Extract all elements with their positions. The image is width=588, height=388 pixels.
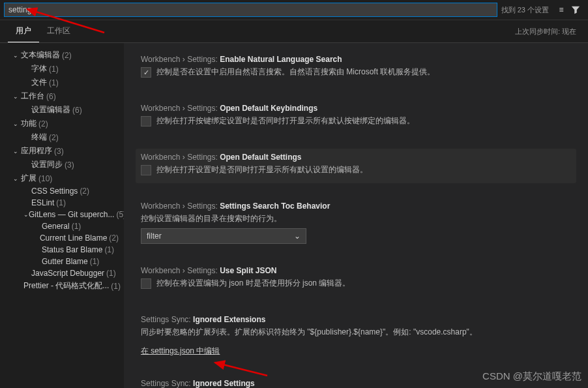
toc-item[interactable]: Gutter Blame (1) (0, 256, 124, 267)
toc-item[interactable]: 设置同步 (3) (0, 158, 124, 172)
toc-item[interactable]: ⌄扩展 (10) (0, 172, 124, 185)
toc-item-label: 文本编辑器 (21, 50, 60, 61)
toc-item[interactable]: 字体 (1) (0, 62, 124, 76)
toc-item-count: (1) (104, 245, 114, 254)
toc-item-label: ESLint (31, 198, 54, 207)
toc-item[interactable]: 文件 (1) (0, 76, 124, 89)
clear-search-icon[interactable]: ≡ (555, 4, 567, 16)
toc-item[interactable]: ⌄应用程序 (3) (0, 144, 124, 158)
toc-item-count: (2) (62, 51, 72, 60)
filter-icon[interactable] (570, 4, 581, 16)
chevron-down-icon: ⌄ (294, 231, 301, 241)
toc-item[interactable]: ⌄功能 (2) (0, 117, 124, 130)
setting-open-default-settings: Workbench › Settings: Open Default Setti… (136, 149, 576, 183)
setting-search-toc-behavior: Workbench › Settings: Settings Search To… (136, 198, 576, 248)
toc-item-count: (2) (80, 187, 89, 196)
setting-ignored-settings: Settings Sync: Ignored Settings 配置在同步时要忽… (136, 375, 576, 388)
toc-item-count: (10) (38, 174, 52, 183)
toc-item-label: Status Bar Blame (42, 245, 102, 254)
chevron-down-icon: ⌄ (23, 211, 29, 218)
toc-item[interactable]: CSS Settings (2) (0, 185, 124, 197)
toc-item-label: 功能 (21, 118, 37, 129)
toc-item-count: (3) (54, 147, 64, 156)
toc-item[interactable]: JavaScript Debugger (1) (0, 267, 124, 279)
toc-item-label: 扩展 (21, 173, 37, 184)
toc-item-label: GitLens — Git superch... (29, 210, 114, 219)
toc-item-label: CSS Settings (31, 187, 78, 196)
setting-natural-language-search: Workbench › Settings: Enable Natural Lan… (136, 51, 576, 85)
chevron-down-icon: ⌄ (13, 175, 21, 182)
toc-item-count: (1) (49, 78, 59, 87)
chevron-down-icon: ⌄ (13, 93, 21, 100)
setting-ignored-extensions: Settings Sync: Ignored Extensions 同步时要忽略… (136, 311, 576, 361)
toc-item-label: 字体 (31, 63, 47, 74)
toc-item-label: 设置编辑器 (31, 104, 70, 115)
settings-search-input[interactable] (4, 3, 497, 17)
toc-item-label: JavaScript Debugger (31, 269, 104, 278)
toc-item[interactable]: ⌄工作台 (6) (0, 89, 124, 103)
toc-item-label: 终端 (31, 132, 47, 143)
sync-info: 上次同步时间: 现在 (515, 27, 580, 37)
toc-item[interactable]: Current Line Blame (2) (0, 232, 124, 244)
checkbox[interactable] (141, 278, 151, 289)
chevron-down-icon: ⌄ (13, 52, 21, 59)
toc-item[interactable]: Status Bar Blame (1) (0, 244, 124, 256)
tab-user[interactable]: 用户 (8, 20, 39, 42)
toc-item-label: Prettier - 代码格式化配... (23, 280, 109, 291)
toc-item-count: (6) (72, 106, 82, 115)
toc-item-label: 文件 (31, 77, 47, 88)
setting-open-default-keybindings: Workbench › Settings: Open Default Keybi… (136, 100, 576, 134)
settings-content: Workbench › Settings: Enable Natural Lan… (124, 43, 588, 388)
toc-item-count: (3) (65, 160, 74, 170)
toc-item-label: Gutter Blame (42, 257, 88, 266)
toc-item[interactable]: ESLint (1) (0, 197, 124, 209)
search-result-count: 找到 23 个设置 (497, 5, 553, 15)
toc-item[interactable]: General (1) (0, 220, 124, 232)
checkbox[interactable] (141, 165, 151, 175)
checkbox[interactable] (141, 116, 151, 127)
toc-item-label: 工作台 (21, 91, 44, 102)
chevron-down-icon: ⌄ (13, 148, 21, 155)
toc-item-label: General (42, 222, 70, 231)
toc-item-label: 设置同步 (31, 159, 63, 170)
toc-item-count: (6) (46, 92, 56, 101)
checkbox[interactable] (141, 67, 151, 78)
toc-item[interactable]: 终端 (2) (0, 130, 124, 144)
toc-item-count: (2) (38, 119, 48, 128)
toc-item-label: Current Line Blame (40, 233, 107, 243)
toc-item[interactable]: 设置编辑器 (6) (0, 103, 124, 117)
toc-item-count: (1) (56, 198, 66, 207)
toc-item-count: (1) (49, 65, 59, 74)
setting-use-split-json: Workbench › Settings: Use Split JSON 控制在… (136, 262, 576, 297)
tab-workspace[interactable]: 工作区 (39, 20, 78, 42)
toc-item-count: (2) (49, 133, 59, 142)
select-toc-behavior[interactable]: filter ⌄ (141, 228, 306, 244)
settings-toc: ⌄文本编辑器 (2)字体 (1)文件 (1)⌄工作台 (6)设置编辑器 (6)⌄… (0, 43, 124, 388)
toc-item-count: (2) (109, 233, 119, 243)
edit-in-settings-json-link[interactable]: 在 settings.json 中编辑 (141, 346, 220, 357)
toc-item-label: 应用程序 (21, 145, 52, 157)
chevron-down-icon: ⌄ (13, 121, 21, 127)
toc-item[interactable]: Prettier - 代码格式化配... (1) (0, 279, 124, 293)
toc-item[interactable]: ⌄GitLens — Git superch... (5) (0, 209, 124, 220)
toc-item-count: (1) (111, 282, 121, 291)
toc-item[interactable]: ⌄文本编辑器 (2) (0, 48, 124, 62)
toc-item-count: (1) (90, 257, 100, 266)
toc-item-count: (1) (72, 222, 81, 231)
toc-item-count: (5) (116, 210, 124, 219)
toc-item-count: (1) (106, 269, 116, 278)
